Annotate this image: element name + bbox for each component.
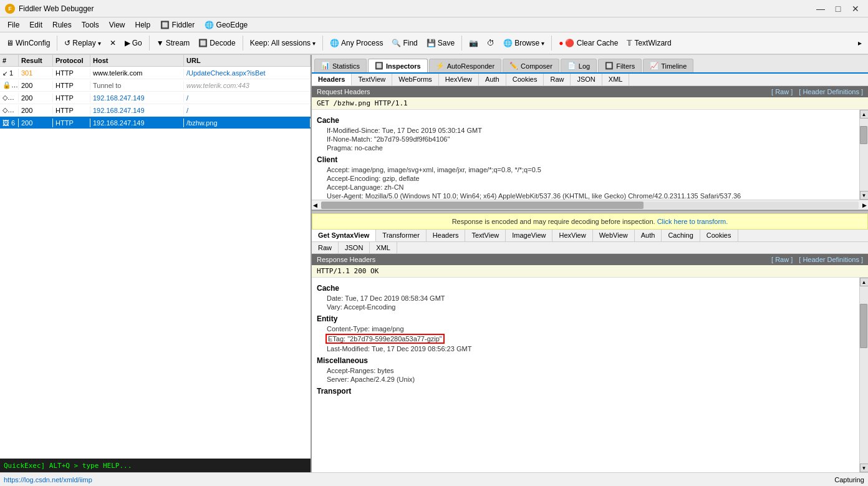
cancel-button[interactable]: ✕ <box>106 37 120 49</box>
resp-tab-xml[interactable]: XML <box>370 242 397 253</box>
request-tab-xml[interactable]: XML <box>602 74 630 85</box>
winconfig-button[interactable]: 🖥 WinConfig <box>2 37 54 49</box>
timer-icon: ⏱ <box>487 39 494 47</box>
maximize-button[interactable]: □ <box>831 2 846 15</box>
request-headers-hscrollbar[interactable]: ◀ ▶ <box>312 200 868 210</box>
table-row[interactable]: 🔒 2 200 HTTP Tunnel to www.telerik.com:4… <box>0 79 311 92</box>
hscroll-left-btn[interactable]: ◀ <box>312 202 319 208</box>
tab-composer[interactable]: ✏️ Composer <box>503 59 559 72</box>
menu-rules[interactable]: Rules <box>47 19 77 31</box>
menu-fiddler[interactable]: 🔲 Fiddler <box>155 19 200 31</box>
resp-tab-transformer[interactable]: Transformer <box>376 230 427 241</box>
resp-tab-caching[interactable]: Caching <box>662 230 700 241</box>
stream-icon: ▼ <box>157 39 164 47</box>
tab-timeline[interactable]: 📈 Timeline <box>643 59 693 72</box>
tab-autoresponder[interactable]: ⚡ AutoResponder <box>429 59 501 72</box>
keep-sessions[interactable]: Keep: All sessions ▾ <box>246 37 319 49</box>
col-header-num[interactable]: # <box>0 55 19 66</box>
toolbar-extra-button[interactable]: ▸ <box>854 37 866 49</box>
go-button[interactable]: ▶ Go <box>121 37 146 49</box>
resp-tab-auth[interactable]: Auth <box>635 230 662 241</box>
browse-button[interactable]: 🌐 Browse ▾ <box>499 37 548 49</box>
resp-tab-webview[interactable]: WebView <box>593 230 635 241</box>
resp-vscroll-track[interactable] <box>860 286 869 464</box>
request-tab-headers[interactable]: Headers <box>312 74 352 86</box>
app-title: Fiddler Web Debugger <box>19 4 94 13</box>
screenshot-button[interactable]: 📷 <box>465 37 482 49</box>
menu-help[interactable]: Help <box>130 19 156 31</box>
resp-tab-headers[interactable]: Headers <box>427 230 466 241</box>
table-row[interactable]: ◇▷ 3 200 HTTP 192.168.247.149 / <box>0 92 311 104</box>
response-headers-content: Cache Date: Tue, 17 Dec 2019 08:58:34 GM… <box>312 278 859 472</box>
col-header-url[interactable]: URL <box>184 55 311 66</box>
session-protocol-5: HTTP <box>53 106 90 115</box>
timer-button[interactable]: ⏱ <box>483 37 498 49</box>
resp-tab-cookies[interactable]: Cookies <box>700 230 738 241</box>
resp-tab-raw[interactable]: Raw <box>312 242 339 253</box>
find-icon: 🔍 <box>392 39 401 47</box>
hscroll-right-btn[interactable]: ▶ <box>861 202 868 208</box>
col-header-result[interactable]: Result <box>19 55 53 66</box>
inspector-tabs: 📊 Statistics 🔲 Inspectors ⚡ AutoResponde… <box>312 55 868 74</box>
request-tab-textview[interactable]: TextView <box>352 74 392 85</box>
col-header-host[interactable]: Host <box>90 55 184 66</box>
req-cache-section-title: Cache <box>317 116 854 125</box>
transform-link[interactable]: Click here to transform. <box>657 218 728 225</box>
table-row[interactable]: 🖼 6 200 HTTP 192.168.247.149 /bzhw.png <box>0 117 311 129</box>
resp-tab-hexview[interactable]: HexView <box>552 230 592 241</box>
clear-cache-button[interactable]: ● 🔴 Clear Cache <box>555 37 622 49</box>
tab-log[interactable]: 📄 Log <box>561 59 597 72</box>
right-panel: 📊 Statistics 🔲 Inspectors ⚡ AutoResponde… <box>312 55 868 472</box>
request-tab-cookies[interactable]: Cookies <box>506 74 544 85</box>
vscroll-up-btn[interactable]: ▲ <box>860 110 869 119</box>
menu-edit[interactable]: Edit <box>24 19 47 31</box>
request-header-defs-link[interactable]: [ Header Definitions ] <box>799 88 863 95</box>
find-button[interactable]: 🔍 Find <box>388 37 421 49</box>
resp-tab-json[interactable]: JSON <box>339 242 370 253</box>
tab-filters[interactable]: 🔲 Filters <box>598 59 642 72</box>
resp-tab-get-syntaxview[interactable]: Get SyntaxView <box>312 230 376 242</box>
menu-file[interactable]: File <box>2 19 24 31</box>
response-header-defs-link[interactable]: [ Header Definitions ] <box>799 256 863 263</box>
request-tab-raw[interactable]: Raw <box>544 74 571 85</box>
autoresponder-icon: ⚡ <box>436 62 445 70</box>
quick-exec-text[interactable]: QuickExec] ALT+Q > type HELP... <box>4 462 132 470</box>
menu-tools[interactable]: Tools <box>77 19 104 31</box>
vscroll-down-btn[interactable]: ▼ <box>860 191 869 200</box>
session-protocol-6: HTTP <box>53 119 90 127</box>
resp-tab-imageview[interactable]: ImageView <box>506 230 552 241</box>
menu-geoedge[interactable]: 🌐 GeoEdge <box>200 19 253 31</box>
col-header-protocol[interactable]: Protocol <box>53 55 90 66</box>
resp-vscroll-down-btn[interactable]: ▼ <box>860 464 869 472</box>
filters-icon: 🔲 <box>605 62 614 70</box>
request-headers-content: Cache If-Modified-Since: Tue, 17 Dec 201… <box>312 110 859 200</box>
request-tab-auth[interactable]: Auth <box>479 74 506 85</box>
tab-inspectors[interactable]: 🔲 Inspectors <box>368 59 428 72</box>
hscroll-track[interactable] <box>321 202 859 209</box>
request-tab-hexview[interactable]: HexView <box>439 74 479 85</box>
text-wizard-button[interactable]: 𝕋 TextWizard <box>623 37 675 49</box>
request-tab-json[interactable]: JSON <box>571 74 602 85</box>
resp-tab-textview[interactable]: TextView <box>465 230 506 241</box>
table-row[interactable]: ↙ 1 301 HTTP www.telerik.com /UpdateChec… <box>0 67 311 79</box>
decode-button[interactable]: 🔲 Decode <box>195 37 239 49</box>
tab-statistics[interactable]: 📊 Statistics <box>314 59 367 72</box>
process-filter-button[interactable]: 🌐 Any Process <box>326 37 387 49</box>
save-button[interactable]: 💾 Save <box>423 37 458 49</box>
request-tab-webforms[interactable]: WebForms <box>392 74 439 85</box>
request-headers-vscrollbar[interactable]: ▲ ▼ <box>859 110 868 200</box>
close-button[interactable]: ✕ <box>848 2 863 15</box>
vscroll-track[interactable] <box>860 119 869 191</box>
encoding-notice[interactable]: Response is encoded and may require deco… <box>312 213 868 230</box>
menu-view[interactable]: View <box>104 19 130 31</box>
replay-button[interactable]: ↺ Replay ▾ <box>60 37 104 49</box>
request-raw-link[interactable]: [ Raw ] <box>771 88 793 95</box>
table-row[interactable]: ◇▷ 5 200 HTTP 192.168.247.149 / <box>0 104 311 117</box>
stream-button[interactable]: ▼ Stream <box>153 37 194 49</box>
resp-vscroll-up-btn[interactable]: ▲ <box>860 278 869 286</box>
response-raw-link[interactable]: [ Raw ] <box>771 256 793 263</box>
replay-dropdown[interactable]: ▾ <box>98 40 101 47</box>
session-url-3: / <box>184 94 311 102</box>
response-headers-vscrollbar[interactable]: ▲ ▼ <box>859 278 868 472</box>
minimize-button[interactable]: — <box>813 2 828 15</box>
